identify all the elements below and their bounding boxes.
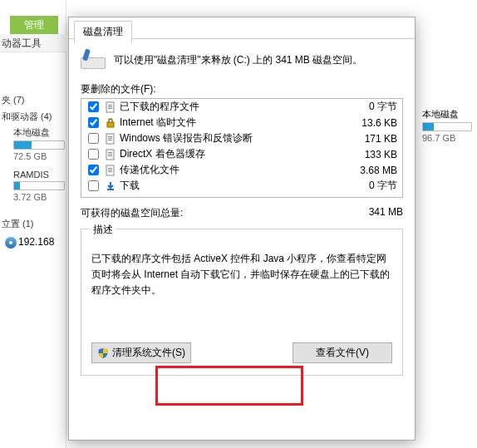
drive-item-ramdisk[interactable]: RAMDIS 3.72 GB [13, 170, 65, 202]
background-window-left: 管理 动器工具 夹 (7) 和驱动器 (4) 本地磁盘 72.5 GB RAMD… [0, 0, 66, 448]
svg-rect-3 [108, 108, 112, 109]
drive-usage-bar [13, 181, 65, 190]
drive-capacity: 96.7 GB [422, 133, 477, 143]
row-checkbox[interactable] [88, 133, 99, 144]
row-name: DirectX 着色器缓存 [120, 147, 342, 161]
svg-rect-8 [108, 140, 112, 140]
uac-shield-icon [97, 347, 109, 359]
row-checkbox[interactable] [88, 180, 99, 191]
svg-rect-16 [108, 171, 112, 172]
drive-label: RAMDIS [13, 170, 65, 180]
clean-system-files-button[interactable]: 清理系统文件(S) [91, 342, 191, 363]
list-item[interactable]: Internet 临时文件13.6 KB [81, 115, 402, 130]
file-icon [105, 101, 116, 113]
globe-icon [5, 237, 17, 249]
file-icon [105, 165, 116, 176]
row-checkbox[interactable] [88, 101, 99, 112]
drive-usage-bar [13, 140, 65, 150]
drive-item-local-right[interactable]: 本地磁盘 96.7 GB [422, 108, 477, 143]
background-window-right: 本地磁盘 96.7 GB [422, 108, 477, 143]
file-icon [105, 149, 116, 160]
svg-rect-4 [107, 122, 114, 127]
network-location-item[interactable]: 192.168 [5, 236, 65, 249]
drive-usage-bar [422, 122, 472, 131]
list-item[interactable]: 已下载的程序文件0 字节 [81, 99, 402, 115]
intro-text: 可以使用"磁盘清理"来释放 (C:) 上的 341 MB 磁盘空间。 [114, 53, 362, 67]
nav-group-folders[interactable]: 夹 (7) [2, 94, 25, 106]
annotation-highlight-box [155, 366, 303, 406]
row-name: 传递优化文件 [120, 163, 342, 177]
totals-row: 可获得的磁盘空间总量: 341 MB [69, 203, 415, 227]
row-name: 下载 [120, 179, 342, 193]
nav-group-drives[interactable]: 和驱动器 (4) [2, 111, 52, 123]
drive-capacity: 72.5 GB [13, 151, 65, 161]
row-checkbox[interactable] [88, 117, 99, 128]
row-checkbox[interactable] [88, 149, 99, 160]
row-size: 171 KB [346, 133, 399, 145]
files-to-delete-list[interactable]: 已下载的程序文件0 字节Internet 临时文件13.6 KBWindows … [81, 98, 403, 198]
description-button-row: 清理系统文件(S) 查看文件(V) [91, 342, 392, 363]
row-name: Internet 临时文件 [120, 116, 342, 130]
svg-rect-2 [108, 106, 112, 107]
lock-icon [105, 117, 116, 129]
row-checkbox[interactable] [88, 165, 99, 175]
disk-cleanup-icon [81, 49, 106, 71]
download-icon [105, 180, 116, 192]
tab-disk-cleanup[interactable]: 磁盘清理 [74, 21, 132, 44]
row-name: 已下载的程序文件 [120, 100, 342, 114]
svg-rect-15 [108, 170, 112, 170]
row-size: 13.6 KB [346, 117, 399, 129]
row-size: 3.68 MB [346, 165, 399, 176]
clean-system-files-label: 清理系统文件(S) [112, 346, 185, 360]
list-item[interactable]: 下载0 字节 [81, 178, 402, 194]
nav-group-locations[interactable]: 立置 (1) [2, 218, 34, 230]
svg-rect-7 [108, 138, 112, 139]
view-files-label: 查看文件(V) [316, 346, 369, 360]
row-size: 0 字节 [346, 179, 399, 193]
list-item[interactable]: Windows 错误报告和反馈诊断171 KB [81, 130, 402, 146]
network-ip-label: 192.168 [18, 236, 54, 248]
svg-rect-6 [108, 136, 112, 137]
drive-item-local[interactable]: 本地磁盘 72.5 GB [13, 126, 65, 161]
list-item[interactable]: 传递优化文件3.68 MB [81, 162, 402, 178]
files-to-delete-label: 要删除的文件(F): [69, 79, 415, 98]
list-item[interactable]: DirectX 着色器缓存133 KB [81, 146, 402, 162]
row-size: 133 KB [346, 149, 399, 160]
ribbon-tab-manage[interactable]: 管理 [10, 16, 58, 34]
totals-label: 可获得的磁盘空间总量: [81, 206, 183, 220]
row-size: 0 字节 [346, 100, 399, 114]
svg-rect-12 [108, 155, 112, 156]
svg-rect-14 [108, 168, 112, 169]
drive-label: 本地磁盘 [422, 108, 477, 121]
ribbon-subtab-drive-tools[interactable]: 动器工具 [0, 34, 66, 52]
disk-cleanup-dialog: 磁盘清理 可以使用"磁盘清理"来释放 (C:) 上的 341 MB 磁盘空间。 … [68, 17, 416, 441]
drive-capacity: 3.72 GB [13, 192, 65, 202]
dialog-tab-strip: 磁盘清理 [69, 17, 415, 39]
description-text: 已下载的程序文件包括 ActiveX 控件和 Java 小程序，你查看特定网页时… [91, 251, 392, 324]
svg-rect-11 [108, 154, 112, 155]
description-group: 描述 已下载的程序文件包括 ActiveX 控件和 Java 小程序，你查看特定… [81, 229, 403, 376]
description-legend: 描述 [90, 223, 116, 237]
svg-rect-10 [108, 152, 112, 153]
intro-row: 可以使用"磁盘清理"来释放 (C:) 上的 341 MB 磁盘空间。 [69, 39, 415, 79]
totals-value: 341 MB [369, 206, 403, 220]
drive-label: 本地磁盘 [13, 126, 65, 139]
svg-rect-1 [108, 105, 112, 106]
row-name: Windows 错误报告和反馈诊断 [120, 131, 342, 145]
file-icon [105, 133, 116, 145]
view-files-button[interactable]: 查看文件(V) [293, 342, 392, 363]
svg-rect-17 [107, 189, 114, 190]
